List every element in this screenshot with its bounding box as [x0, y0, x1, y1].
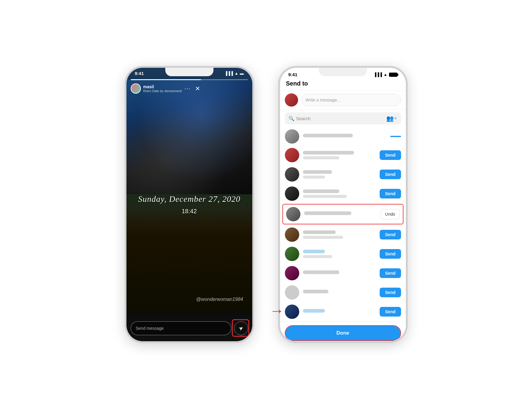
contact-row-8[interactable]: Send — [280, 283, 406, 302]
contact-name-highlighted-blur — [304, 211, 352, 215]
close-icon[interactable]: ✕ — [195, 85, 200, 92]
story-user-row[interactable]: masil Retro Date by dennementi ⋯ ✕ — [131, 83, 248, 94]
contact-avatar-2 — [285, 167, 299, 182]
contact-name-3-blur — [303, 189, 340, 193]
selected-indicator-top — [390, 136, 401, 137]
story-time-text: 18:42 — [126, 208, 252, 215]
search-bar[interactable]: 🔍 Search 👥+ — [285, 112, 401, 124]
contact-name-8-blur — [303, 290, 328, 293]
contact-sub-2-blur — [303, 176, 325, 179]
right-arrow-icon: → — [270, 302, 284, 319]
wifi-icon: ▲ — [235, 71, 238, 76]
wifi-icon-right: ▲ — [384, 72, 387, 77]
add-people-icon[interactable]: 👥+ — [386, 115, 397, 122]
contact-sub-3-blur — [303, 195, 347, 198]
contact-name-blur — [303, 134, 353, 137]
contact-name-5-blur — [303, 230, 336, 234]
status-bar-left: 9:41 ▐▐▐ ▲ ▬ — [126, 71, 252, 76]
story-user-avatar — [131, 83, 141, 94]
contact-avatar-5 — [285, 227, 299, 242]
left-time: 9:41 — [135, 71, 144, 76]
status-icons-right: ▐▐▐ ▲ — [374, 72, 397, 77]
story-progress-fill — [131, 79, 201, 80]
contact-row-3[interactable]: Send — [280, 184, 406, 203]
story-user-info: masil Retro Date by dennementi — [143, 84, 182, 93]
contact-avatar-9 — [285, 304, 299, 319]
search-input[interactable]: Search — [296, 116, 384, 121]
send-message-label: Send message — [136, 326, 164, 331]
done-button-box: Done — [285, 325, 401, 341]
left-phone-wrapper: 9:41 ▐▐▐ ▲ ▬ masil Retro Date by denneme… — [125, 66, 254, 343]
story-progress-bar — [131, 79, 248, 80]
right-phone-shell: 9:41 ▐▐▐ ▲ Send to — [278, 66, 408, 343]
contact-info-8 — [303, 290, 376, 295]
send-button-7[interactable]: Send — [380, 268, 401, 278]
story-date-text: Sunday, December 27, 2020 — [126, 194, 252, 204]
send-button-3[interactable]: Send — [380, 189, 401, 198]
contact-info-2 — [303, 170, 376, 179]
contact-info-top — [303, 134, 387, 139]
status-bar-right: 9:41 ▐▐▐ ▲ — [280, 68, 406, 78]
story-progress-container — [131, 79, 248, 80]
right-phone-wrapper: 9:41 ▐▐▐ ▲ Send to — [278, 66, 408, 343]
send-button-9[interactable]: Send — [380, 307, 401, 317]
contact-name-7-blur — [303, 270, 340, 274]
send-button-5[interactable]: Send — [380, 230, 401, 239]
send-message-input[interactable]: Send message — [131, 321, 231, 335]
contact-avatar-highlighted — [286, 207, 300, 221]
contact-row-9[interactable]: Send — [280, 302, 406, 321]
contact-info-1 — [303, 151, 376, 159]
signal-icon-right: ▐▐▐ — [374, 72, 382, 77]
contact-name-2-blur — [303, 170, 332, 174]
contact-sub-6-blur — [303, 255, 332, 258]
contact-row-5[interactable]: Send — [280, 225, 406, 244]
contact-row-2[interactable]: Send — [280, 165, 406, 184]
contact-row-1[interactable]: Send — [280, 145, 406, 165]
battery-icon-right — [389, 73, 397, 77]
contact-avatar-3 — [285, 186, 299, 201]
story-bottom-bar: Send message ➤ — [131, 321, 248, 335]
contact-row-highlighted[interactable]: Undo — [282, 204, 403, 224]
send-button-2[interactable]: Send — [380, 170, 401, 179]
contact-name-9-blur — [303, 309, 325, 313]
send-button-1[interactable]: Send — [380, 150, 401, 160]
message-input-row: Write a message... — [280, 90, 406, 110]
contact-row-7[interactable]: Send — [280, 264, 406, 283]
write-message-input[interactable]: Write a message... — [301, 94, 401, 106]
done-bar: Done — [280, 321, 406, 341]
contact-row-top[interactable] — [280, 127, 406, 145]
user-avatar — [285, 93, 298, 107]
contact-avatar-top — [285, 129, 299, 144]
more-icon[interactable]: ⋯ — [184, 85, 190, 92]
contact-name-1-blur — [303, 151, 354, 155]
status-icons-left: ▐▐▐ ▲ ▬ — [225, 71, 244, 76]
contact-row-6[interactable]: Send — [280, 244, 406, 264]
contact-info-3 — [303, 189, 376, 198]
contact-info-6 — [303, 250, 376, 258]
right-time: 9:41 — [288, 72, 297, 77]
battery-icon: ▬ — [240, 71, 244, 76]
signal-icon: ▐▐▐ — [225, 71, 233, 76]
send-button-8[interactable]: Send — [380, 288, 401, 297]
right-screen-content: 9:41 ▐▐▐ ▲ Send to — [280, 68, 406, 341]
contact-info-5 — [303, 230, 376, 239]
left-phone-screen: 9:41 ▐▐▐ ▲ ▬ masil Retro Date by denneme… — [126, 68, 252, 341]
user-avatar-image — [285, 93, 298, 107]
contact-avatar-1 — [285, 148, 299, 162]
contact-name-6-blur — [303, 250, 325, 253]
send-to-header: Send to — [280, 78, 406, 90]
contact-avatar-8 — [285, 285, 299, 300]
contact-info-highlighted — [304, 211, 377, 217]
send-direct-icon: ➤ — [238, 324, 245, 333]
done-button[interactable]: Done — [285, 326, 400, 340]
send-button-6[interactable]: Send — [380, 249, 401, 259]
contact-avatar-7 — [285, 266, 299, 280]
story-username: masil — [143, 84, 182, 89]
story-lower — [126, 206, 252, 311]
undo-button[interactable]: Undo — [381, 209, 400, 219]
story-username-sub: Retro Date by dennementi — [143, 89, 182, 93]
story-scene — [126, 80, 252, 194]
send-direct-button[interactable]: ➤ — [234, 321, 248, 335]
left-phone-shell: 9:41 ▐▐▐ ▲ ▬ masil Retro Date by denneme… — [125, 66, 254, 343]
contact-info-9 — [303, 309, 376, 314]
